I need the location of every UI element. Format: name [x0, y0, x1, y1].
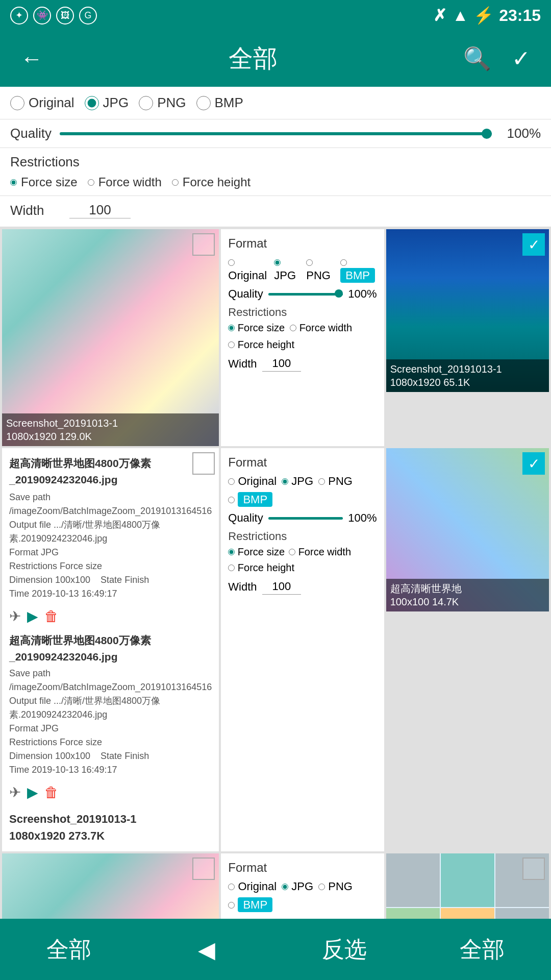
thumb-checkbox-6[interactable] [522, 452, 545, 475]
quality-slider-thumb [482, 129, 492, 139]
fp3-jpg[interactable]: JPG [282, 880, 313, 893]
thumb-checkbox-9[interactable] [522, 857, 545, 880]
width-input[interactable] [69, 202, 131, 218]
force-width-option[interactable]: Force width [88, 175, 162, 189]
fp2-restr-title: Restrictions [228, 530, 377, 543]
grid-cell-6[interactable]: 超高清晰世界地100x100 14.7K [386, 448, 549, 611]
confirm-button[interactable]: ✓ [512, 45, 531, 72]
format-bmp-radio[interactable] [196, 96, 211, 110]
delete-icon-1[interactable]: 🗑 [44, 606, 59, 627]
format-strip: Original JPG PNG BMP [0, 87, 551, 119]
fp1-original[interactable]: Original [228, 256, 268, 282]
force-height-radio[interactable] [172, 179, 179, 186]
format-original-radio[interactable] [10, 96, 24, 110]
fp3-original[interactable]: Original [228, 880, 277, 893]
restrictions-strip: Restrictions Force size Force width Forc… [0, 148, 551, 196]
format-jpg-radio[interactable] [85, 96, 99, 110]
width-strip: Width [0, 196, 551, 227]
send-icon-2[interactable]: ✈ [9, 782, 21, 803]
quality-strip: Quality 100% [0, 119, 551, 148]
fp3-bmp[interactable]: BMP [228, 898, 272, 912]
thumb-checkbox-1[interactable] [192, 233, 215, 256]
format-panel-title-3: Format [228, 861, 377, 875]
thumb-label-1: Screenshot_20191013-11080x1920 129.0K [2, 413, 219, 446]
quality-value: 100% [500, 126, 541, 141]
fp2-bmp[interactable]: BMP [228, 493, 272, 506]
bottom-nav-triangle[interactable]: ◀ [138, 937, 276, 963]
fp1-png[interactable]: PNG [306, 256, 334, 282]
play-icon-2[interactable]: ▶ [27, 782, 38, 803]
thumb-label-6: 超高清晰世界地100x100 14.7K [386, 579, 549, 611]
grid-cell-1[interactable]: Screenshot_20191013-11080x1920 129.0K [2, 229, 219, 446]
fp1-force-size[interactable]: Force size [228, 322, 285, 334]
restrictions-title: Restrictions [10, 154, 541, 170]
bottom-nav-invert[interactable]: 反选 [276, 935, 413, 965]
fp3-png[interactable]: PNG [318, 880, 353, 893]
detail-panel-1: 超高清晰世界地图4800万像素_20190924232046.jpg Save … [2, 448, 219, 851]
format-original-option[interactable]: Original [10, 95, 74, 111]
delete-icon-2[interactable]: 🗑 [44, 782, 59, 803]
fp1-width-label: Width [228, 357, 257, 371]
format-panel-inline-1: Format Original JPG PNG BMP Quality 100%… [221, 229, 384, 446]
fp1-force-width[interactable]: Force width [290, 322, 352, 334]
mask-icon: 👾 [33, 7, 51, 24]
grid-cell-3[interactable]: Screenshot_20191013-11080x1920 65.1K [386, 229, 549, 392]
force-size-radio[interactable] [10, 179, 17, 186]
detail-checkbox-1[interactable] [192, 452, 215, 475]
fp2-width-label: Width [228, 580, 257, 594]
format-radio-row-2: Original JPG PNG BMP [228, 475, 377, 506]
bottom-nav-all[interactable]: 全部 [0, 935, 138, 965]
fp1-bmp[interactable]: BMP [340, 256, 377, 282]
fp1-quality-row: Quality 100% [228, 287, 377, 301]
format-radio-row-1: Original JPG PNG BMP [228, 256, 377, 282]
fp1-restr-title: Restrictions [228, 306, 377, 319]
format-jpg-option[interactable]: JPG [85, 95, 129, 111]
fp2-quality-label: Quality [228, 511, 263, 525]
quality-slider[interactable] [60, 132, 492, 135]
collage-cell-2 [441, 853, 494, 907]
force-width-radio[interactable] [88, 179, 94, 186]
send-icon-1[interactable]: ✈ [9, 606, 21, 627]
fp1-quality-slider[interactable] [268, 293, 343, 296]
fp1-force-height[interactable]: Force height [228, 339, 294, 351]
fp2-width-row: Width 100 [228, 579, 377, 595]
restrictions-options: Force size Force width Force height [10, 175, 541, 189]
quality-label: Quality [10, 126, 52, 141]
fp2-jpg[interactable]: JPG [282, 475, 313, 488]
detail-title-1: 超高清晰世界地图4800万像素_20190924232046.jpg [9, 455, 212, 487]
page-title: 全部 [229, 42, 278, 75]
fp2-quality-val: 100% [348, 511, 377, 525]
fp1-restr-opts: Force size Force width Force height [228, 322, 377, 351]
detail-icons-1: ✈ ▶ 🗑 [9, 606, 212, 627]
fp2-force-height[interactable]: Force height [228, 562, 294, 574]
fp2-width-val: 100 [262, 579, 302, 595]
fp1-quality-fill [268, 293, 343, 296]
fp1-quality-thumb [335, 289, 343, 298]
force-size-option[interactable]: Force size [10, 175, 78, 189]
thumb-checkbox-3[interactable] [522, 233, 545, 256]
force-height-option[interactable]: Force height [172, 175, 251, 189]
image-icon: 🖼 [56, 7, 74, 24]
fp2-restr-opts: Force size Force width Force height [228, 546, 377, 574]
play-icon-1[interactable]: ▶ [27, 606, 38, 627]
fp2-png[interactable]: PNG [318, 475, 353, 488]
fp1-jpg[interactable]: JPG [274, 256, 300, 282]
fp2-force-width[interactable]: Force width [289, 546, 351, 558]
g-icon: G [79, 7, 97, 24]
main-toolbar: ← 全部 🔍 ✓ [0, 31, 551, 87]
quality-slider-fill [60, 132, 492, 135]
format-radio-row-3: Original JPG PNG BMP [228, 880, 377, 912]
thumb-checkbox-7[interactable] [192, 857, 215, 880]
fp2-quality-slider[interactable] [268, 517, 343, 520]
back-button[interactable]: ← [20, 46, 43, 71]
format-png-option[interactable]: PNG [139, 95, 186, 111]
image-grid: Screenshot_20191013-11080x1920 129.0K Fo… [0, 227, 551, 980]
format-png-radio[interactable] [139, 96, 153, 110]
fp2-quality-row: Quality 100% [228, 511, 377, 525]
bottom-nav-select-all[interactable]: 全部 [413, 935, 551, 965]
format-bmp-option[interactable]: BMP [196, 95, 243, 111]
collage-cell-1 [386, 853, 440, 907]
search-button[interactable]: 🔍 [463, 45, 491, 72]
fp2-force-size[interactable]: Force size [228, 546, 285, 558]
fp2-original[interactable]: Original [228, 475, 277, 488]
